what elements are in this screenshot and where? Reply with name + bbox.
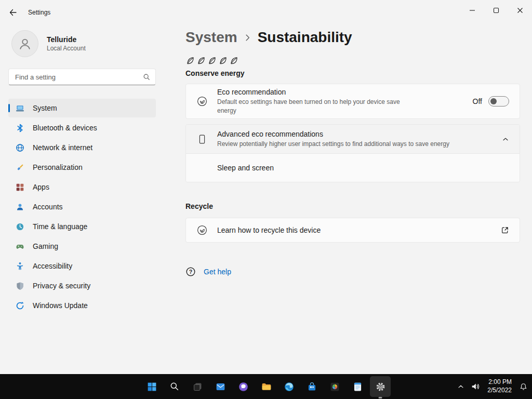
sidebar-item-label: Network & internet (33, 143, 92, 152)
eco-recommendation-description: Default eco settings have been turned on… (217, 98, 415, 114)
user-name: Telluride (47, 35, 86, 44)
back-button[interactable] (3, 4, 23, 21)
sleep-and-screen-label: Sleep and screen (217, 164, 274, 172)
sidebar-item-privacy-security[interactable]: Privacy & security (8, 276, 156, 295)
get-help-link[interactable]: Get help (204, 268, 231, 276)
sidebar-item-gaming[interactable]: Gaming (8, 237, 156, 256)
conserve-energy-label: Conserve energy (185, 69, 520, 77)
recycle-sprout-icon (196, 224, 208, 236)
taskbar-search-button[interactable] (164, 376, 185, 397)
sidebar-item-label: System (33, 104, 57, 112)
accessibility-person-icon (15, 261, 24, 271)
sidebar-item-bluetooth-devices[interactable]: Bluetooth & devices (8, 118, 156, 137)
sidebar-item-label: Accounts (33, 203, 63, 211)
task-view-button[interactable] (187, 376, 208, 397)
sidebar-item-accessibility[interactable]: Accessibility (8, 257, 156, 275)
chevron-up-icon[interactable] (502, 136, 509, 143)
sidebar-item-accounts[interactable]: Accounts (8, 197, 156, 216)
breadcrumb: System Sustainability (185, 29, 520, 46)
notification-bell-icon (519, 382, 528, 391)
sidebar-item-label: Windows Update (33, 301, 88, 310)
advanced-eco-header[interactable]: Advanced eco recommendations Review pote… (186, 125, 520, 154)
maximize-button[interactable] (484, 0, 508, 21)
windows-update-icon (15, 301, 24, 310)
clock-icon (15, 222, 24, 231)
eco-recommendation-toggle[interactable] (488, 96, 509, 107)
eco-recommendation-title: Eco recommendation (217, 88, 473, 96)
tray-time: 2:00 PM (487, 378, 512, 387)
sidebar-item-label: Bluetooth & devices (33, 124, 97, 132)
toggle-state-label: Off (473, 97, 482, 105)
notification-center-button[interactable] (516, 376, 531, 397)
chat-bubble-icon (238, 381, 249, 392)
file-explorer-button[interactable] (256, 376, 276, 397)
sidebar-item-label: Gaming (33, 242, 58, 250)
sleep-and-screen-item[interactable]: Sleep and screen (186, 154, 520, 182)
window-title: Settings (28, 9, 50, 16)
mail-app-button[interactable] (210, 376, 231, 397)
sidebar-item-personalization[interactable]: Personalization (8, 158, 156, 177)
photos-app-button[interactable] (324, 376, 345, 397)
settings-app-button[interactable] (370, 376, 391, 397)
tray-overflow-button[interactable] (454, 376, 468, 397)
gaming-controller-icon (15, 242, 24, 251)
breadcrumb-system[interactable]: System (185, 29, 237, 46)
apps-grid-icon (15, 182, 24, 192)
close-button[interactable] (508, 0, 532, 21)
main-content: System Sustainability Conserve energy Ec… (185, 25, 520, 374)
eco-recommendation-card: Eco recommendation Default eco settings … (185, 84, 520, 119)
edge-icon (284, 381, 295, 392)
sidebar-item-time-language[interactable]: Time & language (8, 217, 156, 236)
start-button[interactable] (141, 376, 162, 397)
notepad-app-button[interactable] (347, 376, 368, 397)
accounts-person-icon (15, 202, 24, 211)
sidebar-item-apps[interactable]: Apps (8, 178, 156, 196)
close-icon (517, 7, 523, 14)
external-link-icon (501, 226, 509, 234)
clock-date-button[interactable]: 2:00 PM 2/5/2022 (483, 378, 516, 394)
chat-app-button[interactable] (233, 376, 254, 397)
notepad-icon (352, 381, 363, 392)
recycle-label: Recycle (185, 202, 520, 210)
sidebar-item-label: Time & language (33, 222, 87, 231)
store-button[interactable] (301, 376, 322, 397)
recycle-link-title: Learn how to recycle this device (217, 226, 495, 234)
recycle-link-card[interactable]: Learn how to recycle this device (185, 218, 520, 243)
taskbar-app-icons (141, 374, 391, 399)
sidebar-item-network-internet[interactable]: Network & internet (8, 138, 156, 157)
get-help-icon: ? (185, 267, 196, 277)
windows-logo-icon (147, 381, 157, 392)
avatar (11, 30, 38, 57)
search-input[interactable] (15, 73, 143, 81)
advanced-eco-card-group: Advanced eco recommendations Review pote… (185, 124, 520, 182)
sidebar-item-label: Privacy & security (33, 282, 90, 290)
edge-browser-button[interactable] (278, 376, 299, 397)
network-globe-icon (15, 143, 24, 152)
advanced-eco-description: Review potentially higher user impact se… (217, 140, 496, 148)
store-bag-icon (307, 381, 317, 392)
leaf-icon (185, 56, 195, 65)
settings-gear-icon (375, 381, 386, 392)
volume-button[interactable] (468, 376, 483, 397)
search-icon (143, 73, 150, 81)
titlebar: Settings (0, 0, 532, 25)
sidebar-item-windows-update[interactable]: Windows Update (8, 296, 156, 315)
eco-leaf-row (185, 56, 520, 65)
user-account-type: Local Account (47, 45, 86, 52)
back-arrow-icon (9, 8, 17, 17)
personalization-brush-icon (15, 163, 24, 172)
leaf-icon (207, 56, 217, 65)
advanced-eco-title: Advanced eco recommendations (217, 130, 496, 138)
folder-icon (261, 381, 272, 392)
user-account-row[interactable]: Telluride Local Account (8, 25, 156, 69)
search-box (8, 69, 156, 85)
sidebar-item-label: Apps (33, 183, 49, 191)
minimize-icon (469, 7, 475, 14)
privacy-shield-icon (15, 281, 24, 290)
breadcrumb-chevron-icon (244, 34, 251, 42)
system-laptop-icon (15, 103, 24, 113)
minimize-button[interactable] (460, 0, 484, 21)
maximize-icon (493, 7, 499, 14)
leaf-icon (218, 56, 228, 65)
sidebar-item-system[interactable]: System (8, 99, 156, 117)
